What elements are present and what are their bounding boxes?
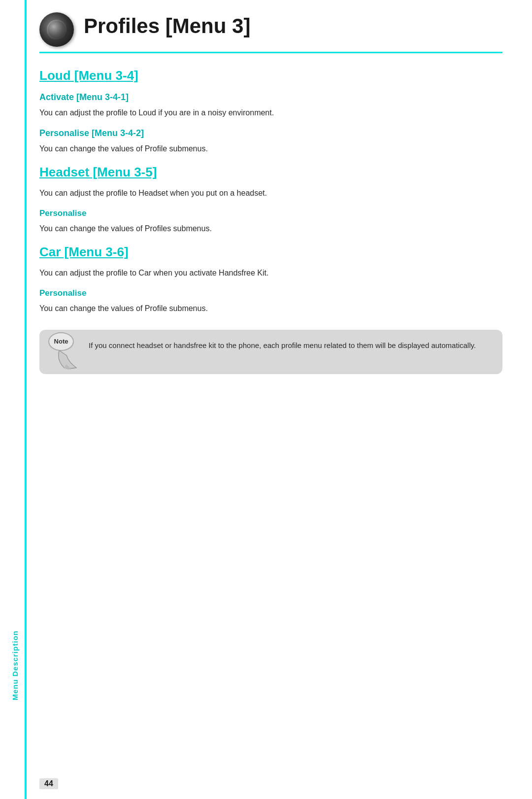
note-label: Note (54, 338, 68, 345)
car-menu-section: Car [Menu 3-6] You can adjust the profil… (39, 244, 502, 314)
personalise-loud-body: You can change the values of Profile sub… (39, 142, 502, 155)
headset-menu-section: Headset [Menu 3-5] You can adjust the pr… (39, 165, 502, 235)
note-bubble: Note (48, 332, 74, 351)
headset-menu-body: You can adjust the profile to Headset wh… (39, 187, 502, 200)
personalise-car-body: You can change the values of Profile sub… (39, 302, 502, 315)
main-content: Profiles [Menu 3] Loud [Menu 3-4] Activa… (30, 0, 532, 799)
activate-heading: Activate [Menu 3-4-1] (39, 92, 502, 103)
note-text: If you connect headset or handsfree kit … (89, 340, 491, 351)
note-tail-icon (54, 350, 74, 368)
logo-inner (47, 20, 66, 39)
header-area: Profiles [Menu 3] (39, 10, 502, 47)
vertical-text-container: Menu Description (0, 630, 30, 700)
sidebar-label: Menu Description (11, 630, 19, 700)
page-number: 44 (39, 778, 58, 789)
title-underline (39, 52, 502, 53)
note-box: Note If you connect headset or handsfree… (39, 330, 502, 374)
logo-icon (39, 12, 74, 47)
left-sidebar: Menu Description (0, 0, 30, 799)
personalise-headset-subsection: Personalise You can change the values of… (39, 208, 502, 235)
personalise-loud-heading: Personalise [Menu 3-4-2] (39, 128, 502, 139)
activate-subsection: Activate [Menu 3-4-1] You can adjust the… (39, 92, 502, 119)
loud-menu-heading: Loud [Menu 3-4] (39, 68, 502, 83)
activate-body: You can adjust the profile to Loud if yo… (39, 106, 502, 119)
car-menu-heading: Car [Menu 3-6] (39, 244, 502, 260)
page-container: Menu Description Profiles [Menu 3] Loud … (0, 0, 532, 799)
personalise-headset-heading: Personalise (39, 208, 502, 218)
personalise-car-heading: Personalise (39, 288, 502, 298)
loud-menu-section: Loud [Menu 3-4] Activate [Menu 3-4-1] Yo… (39, 68, 502, 155)
personalise-headset-body: You can change the values of Profiles su… (39, 222, 502, 235)
personalise-loud-subsection: Personalise [Menu 3-4-2] You can change … (39, 128, 502, 155)
personalise-car-subsection: Personalise You can change the values of… (39, 288, 502, 315)
note-icon-container: Note (44, 332, 84, 372)
headset-menu-heading: Headset [Menu 3-5] (39, 165, 502, 180)
car-menu-body: You can adjust the profile to Car when y… (39, 267, 502, 279)
page-title: Profiles [Menu 3] (84, 10, 502, 37)
